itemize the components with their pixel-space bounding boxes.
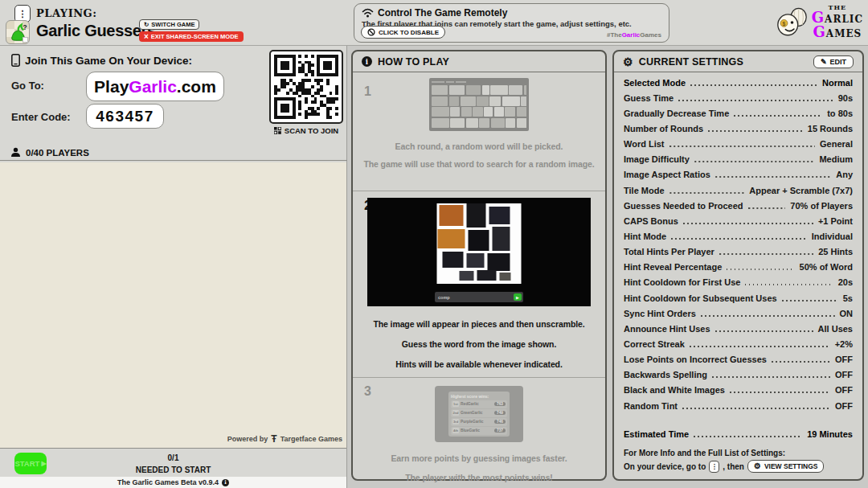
leaderboard-row: 3rd PurpleGarlic 746 <box>451 418 507 426</box>
dotted-leader <box>683 223 813 224</box>
setting-label: Image Difficulty <box>624 154 690 164</box>
settings-row: Selected Mode Normal <box>614 75 862 90</box>
dotted-leader <box>678 100 833 101</box>
settings-row: Announce Hint Uses All Uses <box>614 321 862 336</box>
setting-label: Gradually Decrease Time <box>624 109 729 118</box>
leaderboard-title: Highest score wins: <box>451 394 507 399</box>
step-instruction: The player with the most points wins! <box>405 473 553 482</box>
dotted-leader <box>748 207 786 209</box>
settings-row: Gradually Decrease Time to 80s <box>614 105 862 121</box>
setting-label: Guess Time <box>624 93 674 103</box>
setting-label: Lose Points on Incorrect Guesses <box>624 355 767 364</box>
dotted-leader <box>715 330 813 332</box>
settings-row: Image Aspect Ratios Any <box>614 167 862 182</box>
gear-icon: ⚙ <box>754 462 761 470</box>
setting-value: OFF <box>835 355 853 364</box>
setting-value: 90s <box>838 93 853 103</box>
exit-shared-screen-button[interactable]: × EXIT SHARED-SCREEN MODE <box>139 31 244 42</box>
settings-title: CURRENT SETTINGS <box>639 56 743 68</box>
rank-badge: 2nd <box>452 410 459 416</box>
scan-to-join-label: SCAN TO JOIN <box>263 126 350 135</box>
info-icon[interactable]: i <box>222 479 229 486</box>
dotted-leader <box>669 192 745 194</box>
settings-row: Guesses Needed to Proceed 70% of Players <box>614 198 862 213</box>
step-1: 1 Each round, a random word will be pick… <box>353 78 605 191</box>
menu-icon-chip: ⋮ <box>709 461 719 473</box>
edit-settings-button[interactable]: ✎ EDIT <box>813 55 854 68</box>
switch-game-button[interactable]: ↻ SWITCH GAME <box>139 19 199 30</box>
how-to-play-panel: i HOW TO PLAY 1 Each round, a random wor… <box>351 50 607 481</box>
view-settings-button[interactable]: ⚙ VIEW SETTINGS <box>747 460 825 473</box>
leaderboard-row: 1st RedGarlic 763 <box>451 400 507 408</box>
dotted-leader <box>682 408 830 409</box>
setting-value: to 80s <box>827 109 853 118</box>
powered-by: Powered by Ŧ Targetface Games <box>227 433 342 445</box>
top-bar: ⋮ PLAYING: ? Garlic Guessers ↻ SWITCH GA… <box>0 0 868 46</box>
close-icon: × <box>144 32 149 41</box>
estimated-time-row: Estimated Time 19 Minutes <box>614 426 862 441</box>
setting-label: Sync Hint Orders <box>624 309 696 318</box>
dotted-leader <box>690 346 830 347</box>
setting-label: Announce Hint Uses <box>624 324 710 334</box>
disable-remote-button[interactable]: CLICK TO DISABLE <box>361 26 445 39</box>
setting-label: Word List <box>624 139 665 149</box>
setting-value: Normal <box>822 78 853 88</box>
qr-code <box>269 50 343 124</box>
setting-value: 70% of Players <box>790 201 853 211</box>
settings-row: Correct Streak +2% <box>614 336 862 351</box>
setting-value: +2% <box>835 339 853 349</box>
settings-header: ⚙ CURRENT SETTINGS ✎ EDIT <box>614 51 862 72</box>
players-area: Powered by Ŧ Targetface Games <box>0 162 346 449</box>
settings-panel: ⚙ CURRENT SETTINGS ✎ EDIT Selected Mode … <box>612 50 864 481</box>
garlic-guessers-lobby: ⋮ PLAYING: ? Garlic Guessers ↻ SWITCH GA… <box>0 0 868 488</box>
setting-value: Medium <box>819 154 853 164</box>
step-2: 2) comp ▶ The image will appear in piece… <box>353 191 605 377</box>
settings-row: Sync Hint Orders ON <box>614 306 862 321</box>
game-title: Garlic Guessers <box>36 22 156 40</box>
settings-row: Tile Mode Appear + Scramble (7x7) <box>614 182 862 198</box>
step2-lines: The image will appear in pieces and then… <box>353 319 605 369</box>
step-instruction: Guess the word from the image shown. <box>402 339 556 349</box>
settings-row: Backwards Spelling OFF <box>614 367 862 383</box>
setting-value: 25 Hints <box>818 247 853 256</box>
players-count: 0/40 PLAYERS <box>26 148 89 158</box>
setting-label: Correct Streak <box>624 339 685 349</box>
settings-row: Number of Rounds 15 Rounds <box>614 121 862 136</box>
settings-footer-line1: For More Info and the Full List of Setti… <box>624 449 824 457</box>
player-score: 749 <box>494 411 506 415</box>
leaderboard: Highest score wins: 1st RedGarlic 763 2n… <box>448 392 510 437</box>
hashtag: #TheGarlicGames <box>607 31 661 39</box>
targetface-icon: Ŧ <box>271 433 276 445</box>
phone-icon <box>11 54 20 67</box>
setting-value: +1 Point <box>818 216 853 226</box>
dotted-leader <box>734 115 822 117</box>
setting-label: Black and White Images <box>624 385 725 395</box>
step-3: 3 Highest score wins: 1st RedGarlic 763 … <box>353 377 605 485</box>
setting-label: Hint Mode <box>624 232 666 241</box>
setting-label: Selected Mode <box>624 78 686 88</box>
setting-value: 50% of Word <box>800 262 853 272</box>
wifi-icon <box>362 8 374 18</box>
setting-label: Random Tint <box>624 401 678 411</box>
player-name: RedGarlic <box>461 402 493 406</box>
needed-to-start: 0/1 NEEDED TO START <box>0 452 346 476</box>
setting-value: Appear + Scramble (7x7) <box>749 186 853 195</box>
setting-label: Tile Mode <box>624 186 665 195</box>
step-instruction: Each round, a random word will be picked… <box>395 141 563 151</box>
player-name: BlueGarlic <box>461 429 493 433</box>
setting-value: Individual <box>812 232 853 241</box>
setting-value: 20s <box>838 277 853 287</box>
step-instruction: Earn more points by guessing images fast… <box>391 453 567 463</box>
setting-value: OFF <box>835 401 853 411</box>
start-button[interactable]: START ▶ <box>14 453 47 474</box>
submit-guess-icon: ▶ <box>514 293 522 301</box>
guess-input-text: comp <box>436 295 514 300</box>
setting-label: Hint Cooldown for First Use <box>624 277 740 287</box>
guess-input-bar: comp ▶ <box>435 292 523 302</box>
code-label: Enter Code: <box>11 111 71 123</box>
dotted-leader <box>694 436 802 437</box>
step-number: 1 <box>364 84 371 99</box>
leaderboard-row: 2nd GreenGarlic 749 <box>451 409 507 417</box>
gear-icon: ⚙ <box>623 56 633 68</box>
remote-title-row: Control The Game Remotely <box>362 7 661 18</box>
